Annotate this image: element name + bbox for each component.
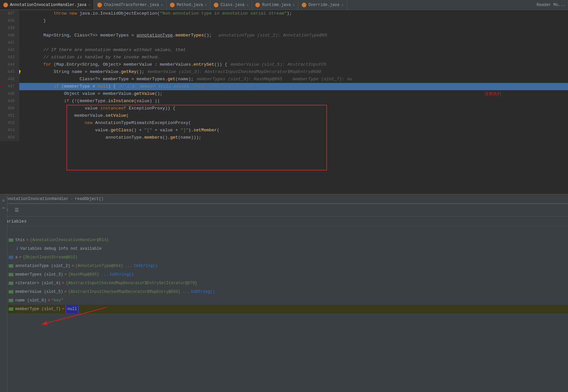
close-icon[interactable]: ✕ xyxy=(246,3,248,7)
tab-chained-transformer[interactable]: ChainedTransformer.java ✕ xyxy=(94,0,167,10)
code-line-441 xyxy=(19,39,568,46)
gutter-451: 451 xyxy=(0,112,17,119)
tab-runtime[interactable]: Runtime.java ✕ xyxy=(252,0,298,10)
code-line-448: Object value = memberValue.getValue(); 没… xyxy=(19,90,568,98)
gutter-437: 437 xyxy=(0,10,17,17)
debugger-panel: ≡ ☰ Variables + ▶ this = {AnnotationInvo… xyxy=(0,203,568,392)
debugger-sidebar: ⊡ ∞ xyxy=(0,196,7,392)
var-item-s[interactable]: ▶ s = {ObjectInputStream@615} xyxy=(0,253,568,262)
gutter-442: 442 xyxy=(0,46,17,54)
tab-label: Runtime.java xyxy=(262,3,290,7)
breadcrumb-class: AnnotationInvocationHandler xyxy=(4,197,68,201)
warning-icon: 💡 xyxy=(19,69,22,76)
var-debug-info-warning: ℹ Variables debug info not available xyxy=(0,244,568,253)
gutter-444: 444 xyxy=(0,61,17,68)
tab-icon xyxy=(214,3,218,7)
tab-annotation-invocation-handler[interactable]: AnnotationInvocationHandler.java ✕ xyxy=(0,0,94,10)
tab-bar: AnnotationInvocationHandler.java ✕ Chain… xyxy=(0,0,568,10)
tab-label: AnnotationInvocationHandler.java xyxy=(10,3,86,7)
code-line-437: throw new java.io.InvalidObjectException… xyxy=(19,10,568,17)
var-item-member-value[interactable]: ▶ memberValue (slot_5) = {AbstractInputC… xyxy=(0,288,568,296)
no-exec-label: 没有执行 xyxy=(162,90,568,98)
tab-method[interactable]: Method.java ✕ xyxy=(167,0,210,10)
var-icon-member-types xyxy=(9,273,13,276)
close-icon[interactable]: ✕ xyxy=(293,3,295,7)
line-numbers: 437 438 439 440 441 442 443 444 445 446 … xyxy=(0,10,19,141)
var-item-this[interactable]: ▶ this = {AnnotationInvocationHandler@61… xyxy=(0,236,568,244)
tab-icon xyxy=(170,3,175,7)
code-line-447: if (memberType ≠ null) { // i.e. member … xyxy=(19,83,568,90)
gutter-440: 440 xyxy=(0,32,17,39)
tab-class[interactable]: Class.java ✕ xyxy=(210,0,252,10)
var-icon-iterator xyxy=(9,282,13,285)
breadcrumb-method: readObject() xyxy=(75,197,104,201)
gutter-439: 439 xyxy=(0,25,17,32)
code-line-446: 💡 Class<?> memberType = memberTypes.get(… xyxy=(19,76,568,83)
code-line-452: new AnnotationTypeMismatchExceptionProxy… xyxy=(19,119,568,127)
gutter-453: 453 xyxy=(0,127,17,134)
code-line-453: value.getClass() + "[" + value + "]").se… xyxy=(19,127,568,134)
null-value-highlight: null xyxy=(66,305,79,313)
code-line-442: // If there are annotation members witho… xyxy=(19,46,568,54)
tab-end-area: Reader Mo... xyxy=(534,0,568,10)
reader-mode-label: Reader Mo... xyxy=(537,3,565,7)
close-icon[interactable]: ✕ xyxy=(205,3,207,7)
tab-label: ChainedTransformer.java xyxy=(104,3,159,7)
var-icon-member-value xyxy=(9,290,13,294)
tab-icon xyxy=(97,3,102,7)
add-variable-button[interactable]: + xyxy=(0,227,568,236)
tab-label: Method.java xyxy=(177,3,203,7)
variables-list: + ▶ this = {AnnotationInvocationHandler@… xyxy=(0,227,568,314)
gutter-445: 445 xyxy=(0,68,17,76)
debug-sidebar-icon-2[interactable]: ∞ xyxy=(2,206,5,210)
code-line-439 xyxy=(19,25,568,32)
gutter-454: 454 xyxy=(0,134,17,141)
tab-override[interactable]: Override.java ✕ xyxy=(298,0,347,10)
gutter-441: 441 xyxy=(0,39,17,46)
breakpoint-icon: ● xyxy=(0,83,2,90)
var-item-name[interactable]: ▶ name (slot_6) = "key" xyxy=(0,296,568,305)
debug-menu-icon[interactable]: ☰ xyxy=(13,206,21,214)
member-value-tostring-link[interactable]: toString() xyxy=(191,288,215,296)
var-icon-s xyxy=(9,256,13,259)
code-line-454: annotationType.members().get(name))); xyxy=(19,134,568,141)
tab-label: Class.java xyxy=(220,3,244,7)
close-icon[interactable]: ✕ xyxy=(161,3,163,7)
code-line-444: for (Map.Entry<String, Object> memberVal… xyxy=(19,61,568,68)
var-item-annotation-type[interactable]: ▶ annotationType (slot_2) = {AnnotationT… xyxy=(0,262,568,270)
member-types-tostring-link[interactable]: toString() xyxy=(110,270,133,279)
gutter-450: 450 xyxy=(0,105,17,112)
close-icon[interactable]: ✕ xyxy=(342,3,344,7)
code-line-451: memberValue.setValue( xyxy=(19,112,568,119)
var-icon-this xyxy=(9,238,13,242)
code-line-438: } xyxy=(19,17,568,25)
code-line-443: // situation is handled by the invoke me… xyxy=(19,54,568,61)
breadcrumb-separator: › xyxy=(70,197,73,201)
gutter-447: ● → 447 xyxy=(0,83,17,90)
code-line-449: if (!(memberType.isInstance(value) || xyxy=(19,98,568,105)
var-item-member-type[interactable]: ▶ memberType (slot_7) = null xyxy=(0,305,568,313)
current-line-arrow: → xyxy=(3,83,6,90)
annotation-type-tostring-link[interactable]: toString() xyxy=(133,262,157,270)
gutter-446: 446 xyxy=(0,76,17,83)
close-icon[interactable]: ✕ xyxy=(88,3,90,7)
code-line-445: String name = memberValue.getKey(); memb… xyxy=(19,68,568,76)
breadcrumb-bar: AnnotationInvocationHandler › readObject… xyxy=(0,194,568,203)
code-line-440: Map<String, Class<?>> memberTypes = anno… xyxy=(19,32,568,39)
code-lines: throw new java.io.InvalidObjectException… xyxy=(19,10,568,141)
variables-header: Variables xyxy=(0,217,568,227)
gutter-443: 443 xyxy=(0,54,17,61)
tab-icon xyxy=(255,3,260,7)
tab-label: Override.java xyxy=(308,3,340,7)
debugger-toolbar: ≡ ☰ xyxy=(0,204,568,217)
tab-icon xyxy=(3,3,8,7)
var-item-member-types[interactable]: ▶ memberTypes (slot_3) = {HashMap@665} .… xyxy=(0,270,568,279)
gutter-448: 448 xyxy=(0,90,17,98)
tab-icon xyxy=(302,3,306,7)
gutter-449: 449 xyxy=(0,98,17,105)
gutter-452: 452 xyxy=(0,119,17,127)
info-icon: ℹ xyxy=(17,244,18,253)
var-item-iterator[interactable]: ▶ <iterator> (slot_4) = {AbstractInputCh… xyxy=(0,279,568,288)
debug-sidebar-icon-1[interactable]: ⊡ xyxy=(2,198,5,203)
var-icon-name xyxy=(9,299,13,302)
